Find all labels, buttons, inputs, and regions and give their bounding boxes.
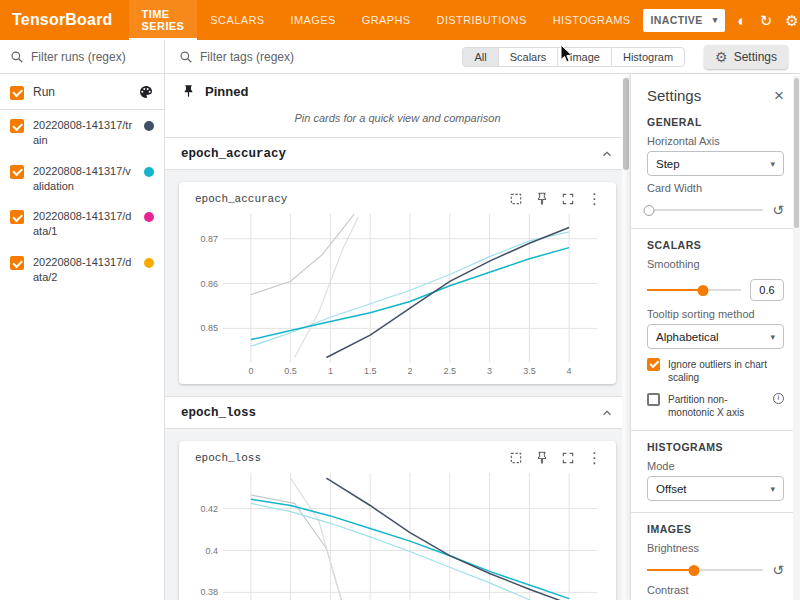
- run-checkbox[interactable]: [10, 119, 24, 133]
- svg-text:0.38: 0.38: [200, 587, 218, 597]
- svg-text:1: 1: [328, 366, 333, 376]
- chevron-up-icon[interactable]: [600, 406, 614, 420]
- tab-distributions[interactable]: DISTRIBUTIONS: [424, 0, 540, 40]
- more-options-icon[interactable]: ⋮: [587, 191, 602, 206]
- filter-pill-image[interactable]: Image: [557, 47, 612, 67]
- pin-icon[interactable]: [535, 192, 549, 206]
- run-color-dot[interactable]: [144, 258, 154, 268]
- ignore-outliers-row[interactable]: Ignore outliers in chart scaling: [647, 358, 784, 384]
- epoch-loss-chart[interactable]: 00.511.522.533.540.360.380.40.42: [187, 467, 607, 600]
- section-header-epoch-loss[interactable]: epoch_loss: [165, 397, 630, 429]
- run-checkbox[interactable]: [10, 256, 24, 270]
- run-row-data-1[interactable]: 20220808-141317/data/1: [0, 201, 164, 247]
- svg-text:0: 0: [248, 366, 253, 376]
- filter-tags-input[interactable]: [200, 50, 350, 64]
- run-label: 20220808-141317/data/1: [33, 209, 135, 239]
- partition-x-axis-label: Partition non-monotonic X axis: [668, 393, 765, 419]
- info-icon[interactable]: i: [773, 393, 784, 404]
- chevron-up-icon[interactable]: [600, 147, 614, 161]
- tag-type-filter-group: All Scalars Image Histogram: [463, 47, 685, 67]
- card-width-row: ↺: [647, 203, 784, 217]
- run-color-dot[interactable]: [144, 121, 154, 131]
- brightness-slider[interactable]: [647, 569, 763, 571]
- histogram-mode-select[interactable]: Offset ▾: [647, 476, 784, 501]
- ignore-outliers-checkbox[interactable]: [647, 358, 660, 371]
- run-checkbox[interactable]: [10, 210, 24, 224]
- palette-icon[interactable]: [138, 84, 154, 100]
- card-zone-epoch-loss: epoch_loss ⋮ 00.511.522.533.540.360.380.…: [165, 429, 630, 600]
- run-color-dot[interactable]: [144, 212, 154, 222]
- filter-pill-all[interactable]: All: [462, 47, 498, 67]
- app-title: TensorBoard: [0, 11, 129, 29]
- settings-panel-title: Settings: [647, 87, 701, 104]
- chevron-down-icon: ▾: [770, 332, 775, 342]
- tooltip-sorting-label: Tooltip sorting method: [647, 308, 784, 320]
- tooltip-sorting-select[interactable]: Alphabetical ▾: [647, 324, 784, 349]
- svg-text:3: 3: [487, 366, 492, 376]
- reset-icon[interactable]: ↺: [772, 563, 784, 577]
- fit-to-data-icon[interactable]: [509, 451, 523, 465]
- run-row-validation[interactable]: 20220808-141317/validation: [0, 156, 164, 202]
- smoothing-slider[interactable]: [647, 289, 741, 291]
- theme-toggle-icon[interactable]: ◐: [738, 13, 747, 28]
- run-label: 20220808-141317/validation: [33, 164, 135, 194]
- reload-status-select[interactable]: INACTIVE ▾: [643, 9, 724, 32]
- svg-text:1.5: 1.5: [364, 366, 377, 376]
- search-icon: [10, 50, 24, 64]
- smoothing-value-input[interactable]: 0.6: [750, 279, 784, 301]
- close-icon[interactable]: ×: [774, 87, 784, 104]
- card-title: epoch_accuracy: [195, 193, 287, 205]
- horizontal-axis-select[interactable]: Step ▾: [647, 151, 784, 176]
- filter-toolbar: All Scalars Image Histogram ⚙ Settings: [0, 40, 800, 74]
- filter-runs-input[interactable]: [31, 50, 141, 64]
- section-header-epoch-accuracy[interactable]: epoch_accuracy: [165, 138, 630, 170]
- reset-icon[interactable]: ↺: [772, 203, 784, 217]
- divider: [631, 512, 800, 513]
- tab-scalars[interactable]: SCALARS: [197, 0, 277, 40]
- slider-thumb[interactable]: [688, 565, 699, 576]
- card-width-slider[interactable]: [647, 209, 763, 211]
- fullscreen-icon[interactable]: [561, 192, 575, 206]
- tab-histograms[interactable]: HISTOGRAMS: [540, 0, 644, 40]
- fit-to-data-icon[interactable]: [509, 192, 523, 206]
- run-color-dot[interactable]: [144, 167, 154, 177]
- pinned-title: Pinned: [205, 84, 248, 99]
- svg-text:0.42: 0.42: [200, 504, 218, 514]
- run-checkbox[interactable]: [10, 165, 24, 179]
- svg-text:0.87: 0.87: [200, 234, 218, 244]
- refresh-icon[interactable]: ↻: [760, 13, 773, 28]
- horizontal-axis-value: Step: [656, 158, 680, 170]
- card-title: epoch_loss: [195, 452, 261, 464]
- settings-button[interactable]: ⚙ Settings: [704, 45, 788, 69]
- run-row-train[interactable]: 20220808-141317/train: [0, 110, 164, 156]
- main-scrollbar[interactable]: [622, 76, 630, 600]
- epoch-accuracy-chart[interactable]: 00.511.522.533.540.850.860.87: [187, 208, 607, 378]
- pin-icon[interactable]: [535, 451, 549, 465]
- tags-filter-box: All Scalars Image Histogram ⚙ Settings: [165, 40, 800, 73]
- filter-pill-histogram[interactable]: Histogram: [611, 47, 685, 67]
- cards-main-area: Pinned Pin cards for a quick view and co…: [165, 74, 630, 600]
- more-options-icon[interactable]: ⋮: [587, 450, 602, 465]
- scrollbar-thumb[interactable]: [794, 78, 799, 228]
- ignore-outliers-label: Ignore outliers in chart scaling: [668, 358, 784, 384]
- select-all-runs-checkbox[interactable]: [10, 86, 24, 100]
- tab-graphs[interactable]: GRAPHS: [349, 0, 424, 40]
- settings-button-label: Settings: [734, 50, 777, 64]
- filter-pill-scalars[interactable]: Scalars: [498, 47, 559, 67]
- tab-images[interactable]: IMAGES: [278, 0, 349, 40]
- tab-time-series[interactable]: TIME SERIES: [129, 0, 198, 40]
- card-header: epoch_accuracy ⋮: [187, 188, 608, 208]
- slider-thumb[interactable]: [644, 205, 655, 216]
- partition-x-axis-checkbox[interactable]: [647, 393, 660, 406]
- scrollbar-thumb[interactable]: [623, 78, 629, 170]
- partition-x-axis-row[interactable]: Partition non-monotonic X axis i: [647, 393, 784, 419]
- fullscreen-icon[interactable]: [561, 451, 575, 465]
- settings-scrollbar[interactable]: [793, 76, 800, 600]
- slider-thumb[interactable]: [698, 285, 709, 296]
- pinned-header: Pinned: [165, 74, 630, 103]
- run-row-data-2[interactable]: 20220808-141317/data/2: [0, 247, 164, 293]
- settings-panel: Settings × GENERAL Horizontal Axis Step …: [630, 74, 800, 600]
- card-actions: ⋮: [509, 450, 602, 465]
- svg-text:4: 4: [567, 366, 572, 376]
- gear-icon[interactable]: ⚙: [785, 13, 798, 28]
